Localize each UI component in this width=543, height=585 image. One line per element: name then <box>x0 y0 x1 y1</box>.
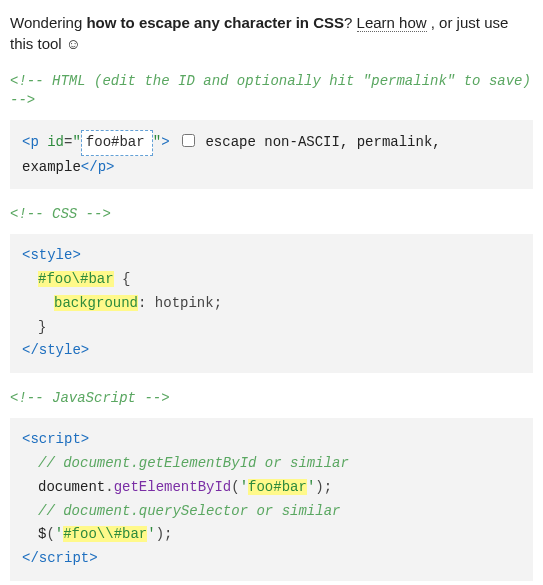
permalink-link[interactable]: permalink <box>357 134 433 150</box>
intro-text: Wondering how to escape any character in… <box>10 12 533 54</box>
js-fn1: getElementById <box>114 479 232 495</box>
js-q2a: ' <box>55 526 63 542</box>
js-c2: // document.querySelector or similar <box>22 500 521 524</box>
css-comment: <!-- CSS --> <box>10 199 533 230</box>
css-selector: #foo\#bar <box>38 271 114 287</box>
intro-bold: how to escape any character in CSS <box>86 14 344 31</box>
quote-close: " <box>153 134 161 150</box>
sep1: , <box>340 134 357 150</box>
gt: > <box>161 134 169 150</box>
colon: : <box>138 295 146 311</box>
script-name: script <box>30 431 80 447</box>
attr-id: id <box>47 134 64 150</box>
js-comment: <!-- JavaScript --> <box>10 383 533 414</box>
js-arg2: #foo\\#bar <box>63 526 147 542</box>
js-document: document <box>38 479 105 495</box>
tag-close-open: </ <box>81 159 98 175</box>
script-open-gt: > <box>81 431 89 447</box>
js-q2b: ' <box>147 526 155 542</box>
tag-name: p <box>30 134 38 150</box>
html-code-block: <p id=""> escape non-ASCII, permalink, e… <box>10 120 533 190</box>
js-code-block: <script> // document.getElementById or s… <box>10 418 533 581</box>
style-close-lt: </ <box>22 342 39 358</box>
tag-close-name: p <box>98 159 106 175</box>
js-q1a: ' <box>240 479 248 495</box>
escape-nonascii-label[interactable]: escape non-ASCII <box>205 134 339 150</box>
js-paren-close2: ); <box>156 526 173 542</box>
brace-close: } <box>38 319 46 335</box>
example-link[interactable]: example <box>22 159 81 175</box>
js-paren-open2: ( <box>46 526 54 542</box>
css-value: hotpink <box>155 295 214 311</box>
js-dot: . <box>105 479 113 495</box>
html-comment: <!-- HTML (edit the ID and optionally hi… <box>10 66 533 116</box>
learn-how-link[interactable]: Learn how <box>357 14 427 32</box>
style-close-name: style <box>39 342 81 358</box>
js-paren-open: ( <box>231 479 239 495</box>
css-prop: background <box>54 295 138 311</box>
js-arg1: foo#bar <box>248 479 307 495</box>
script-close-lt: </ <box>22 550 39 566</box>
css-code-block: <style> #foo\#bar { background: hotpink;… <box>10 234 533 373</box>
style-name: style <box>30 247 72 263</box>
style-open-gt: > <box>72 247 80 263</box>
js-paren-close: ); <box>315 479 332 495</box>
escape-nonascii-checkbox[interactable] <box>182 134 195 147</box>
style-close-gt: > <box>81 342 89 358</box>
script-close-gt: > <box>89 550 97 566</box>
intro-q: ? <box>344 14 357 31</box>
tag-close-gt: > <box>106 159 114 175</box>
semi: ; <box>214 295 222 311</box>
brace-open: { <box>122 271 130 287</box>
id-input[interactable] <box>86 134 148 150</box>
id-input-wrap[interactable] <box>81 130 153 156</box>
script-close-name: script <box>39 550 89 566</box>
js-c1: // document.getElementById or similar <box>22 452 521 476</box>
sep2: , <box>432 134 440 150</box>
intro-prefix: Wondering <box>10 14 86 31</box>
quote-open: " <box>72 134 80 150</box>
